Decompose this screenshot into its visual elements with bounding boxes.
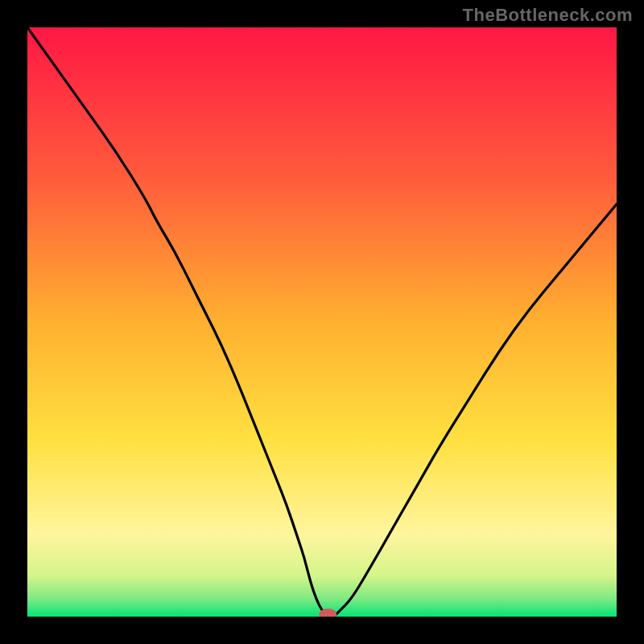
chart-frame: TheBottleneck.com [0,0,644,644]
chart-background [27,27,617,617]
plot-area [27,27,617,617]
watermark-text: TheBottleneck.com [463,5,633,26]
chart-svg [27,27,617,617]
